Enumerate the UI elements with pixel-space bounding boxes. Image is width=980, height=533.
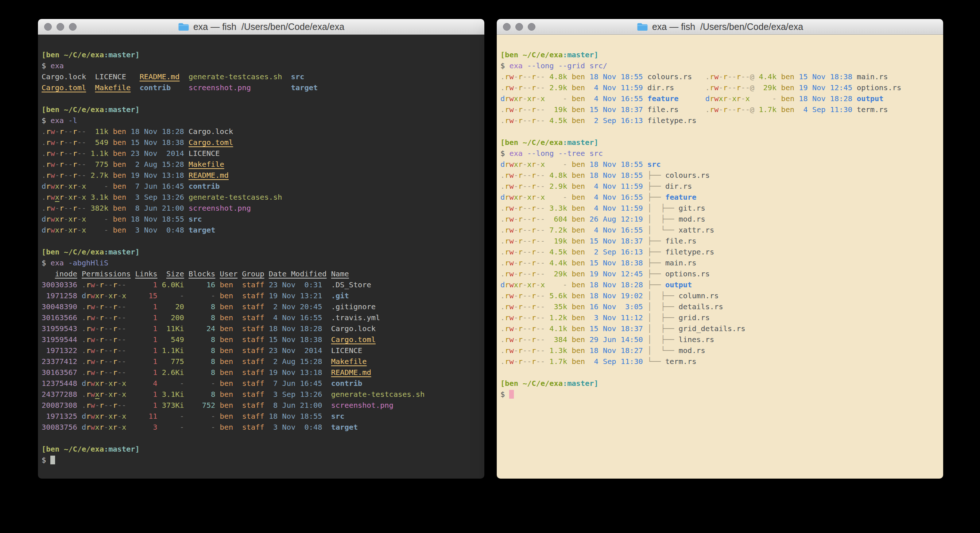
- folder-icon: [637, 22, 648, 31]
- text-segment: -abghHliS: [64, 259, 108, 267]
- text-segment: r: [518, 357, 523, 366]
- text-segment: r: [532, 105, 536, 114]
- text-segment: [567, 83, 571, 92]
- text-segment: [158, 302, 162, 311]
- text-segment: [ben ~/C/e/exa: [41, 445, 104, 453]
- text-segment: 29k: [754, 83, 776, 92]
- text-segment: r: [737, 105, 741, 114]
- text-segment: --: [118, 346, 126, 355]
- close-button[interactable]: [503, 23, 511, 31]
- text-segment: ben: [220, 335, 234, 344]
- text-segment: Cargo.lock: [189, 127, 233, 136]
- text-segment: x: [68, 182, 73, 191]
- text-segment: r: [518, 193, 523, 201]
- text-segment: 5.6k: [545, 291, 567, 300]
- text-segment: 18 Nov 18:55: [589, 171, 643, 180]
- text-segment: r: [518, 313, 523, 322]
- text-segment: r: [505, 226, 509, 235]
- text-segment: -: [189, 423, 215, 431]
- text-segment: d: [41, 215, 46, 223]
- text-segment: -: [514, 72, 518, 81]
- text-segment: [215, 335, 220, 344]
- text-segment: .: [500, 270, 505, 278]
- text-segment: -: [77, 215, 82, 223]
- text-segment: :master]: [104, 247, 140, 256]
- text-segment: [643, 324, 648, 333]
- window-title-group: exa — fish /Users/ben/Code/exa/exa: [637, 19, 803, 34]
- text-segment: [322, 346, 331, 355]
- text-segment: [158, 346, 162, 355]
- text-segment: r: [73, 193, 77, 201]
- minimize-button[interactable]: [57, 23, 64, 31]
- text-segment: [233, 313, 242, 322]
- text-segment: -: [95, 346, 100, 355]
- text-segment: -: [86, 182, 108, 191]
- zoom-button[interactable]: [528, 23, 535, 31]
- text-segment: [264, 379, 269, 388]
- text-segment: --: [536, 204, 545, 212]
- text-segment: [567, 215, 571, 223]
- text-segment: [585, 247, 589, 256]
- text-segment: [585, 83, 589, 92]
- text-segment: [567, 270, 571, 278]
- window-titlebar[interactable]: exa — fish /Users/ben/Code/exa/exa: [497, 19, 943, 35]
- window-titlebar[interactable]: exa — fish /Users/ben/Code/exa/exa: [38, 19, 484, 35]
- text-segment: -: [95, 357, 100, 366]
- text-segment: 3.1Ki: [162, 390, 184, 399]
- text-segment: 1971322: [41, 346, 77, 355]
- text-segment: 1.1k: [86, 149, 108, 158]
- text-segment: 2.9k: [545, 83, 567, 92]
- text-segment: staff: [242, 379, 264, 388]
- text-segment: [184, 313, 189, 322]
- text-segment: x: [514, 160, 518, 169]
- text-segment: 7.2k: [545, 226, 567, 235]
- text-segment: 1: [126, 390, 157, 399]
- text-segment: r: [86, 313, 91, 322]
- text-segment: contrib: [189, 182, 220, 191]
- text-segment: r: [505, 83, 509, 92]
- text-segment: 30163567: [41, 368, 77, 377]
- text-segment: 15 Nov 18:37: [589, 105, 643, 114]
- terminal-output[interactable]: [ben ~/C/e/exa:master] $ exa --long --gr…: [497, 35, 943, 479]
- text-segment: [643, 236, 648, 245]
- text-segment: 4 Sep 11:30: [799, 105, 852, 114]
- text-segment: target: [291, 83, 318, 92]
- text-segment: r: [86, 368, 91, 377]
- text-segment: r: [505, 324, 509, 333]
- text-segment: [322, 324, 331, 333]
- text-segment: w: [509, 83, 514, 92]
- terminal-output[interactable]: [ben ~/C/e/exa:master] $ exa Cargo.lock …: [38, 35, 484, 479]
- close-button[interactable]: [44, 23, 52, 31]
- text-segment: 2.9k: [545, 182, 567, 191]
- text-segment: staff: [242, 280, 264, 289]
- text-segment: [158, 280, 162, 289]
- text-segment: x: [122, 291, 126, 300]
- text-segment: [158, 412, 162, 421]
- text-segment: │ ├──: [648, 324, 678, 333]
- text-segment: --long --tree src: [523, 149, 603, 158]
- minimize-button[interactable]: [515, 23, 523, 31]
- text-segment: 24: [189, 324, 215, 333]
- text-segment: r: [532, 236, 536, 245]
- text-segment: [233, 280, 242, 289]
- text-segment: [852, 94, 857, 103]
- text-segment: contrib: [140, 83, 171, 92]
- text-segment: staff: [242, 368, 264, 377]
- text-segment: .: [500, 171, 505, 180]
- text-segment: --: [536, 72, 545, 81]
- text-segment: [282, 72, 291, 81]
- text-segment: ben: [113, 215, 126, 223]
- text-segment: x: [68, 226, 73, 235]
- text-segment: r: [505, 313, 509, 322]
- text-segment: r: [532, 171, 536, 180]
- text-segment: -: [514, 83, 518, 92]
- text-segment: 1.7k: [754, 105, 776, 114]
- text-segment: [77, 423, 82, 431]
- text-segment: 1: [126, 357, 157, 366]
- text-segment: -: [95, 313, 100, 322]
- text-segment: --: [536, 291, 545, 300]
- text-segment: r: [505, 171, 509, 180]
- text-segment: [158, 270, 166, 278]
- text-segment: --: [536, 270, 545, 278]
- zoom-button[interactable]: [69, 23, 76, 31]
